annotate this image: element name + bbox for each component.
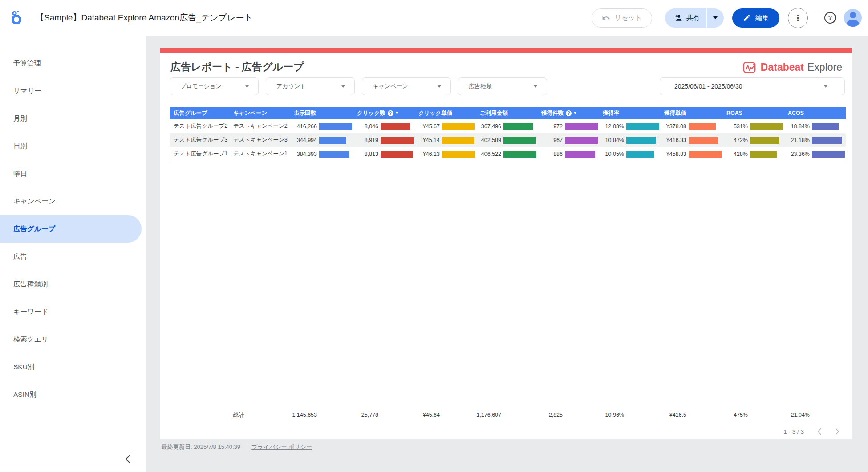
- avatar-torso: [847, 20, 859, 27]
- total-value: 25,778: [353, 412, 381, 418]
- sidebar-item-daily[interactable]: 日別: [0, 132, 146, 160]
- bar: [442, 137, 474, 144]
- sidebar-item-summary[interactable]: サマリー: [0, 77, 146, 105]
- total-cpa: ¥416.5: [660, 408, 722, 422]
- cell-cpc: ¥45.67: [414, 119, 476, 133]
- person-add-icon: [673, 13, 682, 22]
- reset-button[interactable]: リセット: [592, 8, 652, 28]
- sidebar-item-weekday[interactable]: 曜日: [0, 160, 146, 187]
- bar-zone: [626, 151, 660, 158]
- sidebar-item-label: SKU別: [13, 362, 34, 372]
- share-button[interactable]: 共有: [665, 8, 706, 28]
- cell-acos: 18.84%: [784, 119, 846, 133]
- cell-campaign: テストキャンペーン3: [229, 136, 290, 144]
- sidebar-item-sku[interactable]: SKU別: [0, 353, 146, 381]
- cell-acos: 21.18%: [784, 133, 846, 147]
- chevron-down-icon: [245, 85, 249, 88]
- total-cvr: 10.96%: [599, 408, 660, 422]
- column-header-campaign[interactable]: キャンペーン: [229, 110, 290, 117]
- bar-zone: [565, 151, 599, 158]
- sidebar-item-asin[interactable]: ASIN別: [0, 381, 146, 408]
- filter-account[interactable]: アカウント: [266, 77, 355, 95]
- column-header-cvr[interactable]: 獲得率: [599, 110, 660, 117]
- column-header-cpa[interactable]: 獲得単価: [660, 110, 722, 117]
- more-options-button[interactable]: ⋮: [788, 8, 808, 28]
- column-header-clicks[interactable]: クリック数?: [353, 110, 414, 117]
- cell-value: 18.84%: [784, 123, 812, 130]
- total-cpc: ¥45.64: [414, 408, 476, 422]
- bar-zone: [381, 137, 414, 144]
- bar: [319, 137, 346, 144]
- help-button[interactable]: ?: [824, 12, 836, 24]
- column-header-acos[interactable]: ACOS: [784, 110, 846, 116]
- sidebar-collapse-button[interactable]: [121, 452, 134, 466]
- chevron-left-icon: [125, 455, 130, 464]
- column-header-ad_group[interactable]: 広告グループ: [170, 110, 229, 117]
- filter-promotion[interactable]: プロモーション: [170, 77, 259, 95]
- bar: [442, 123, 475, 130]
- column-header-impressions[interactable]: 表示回数: [290, 110, 353, 117]
- report-viewport: 広告レポート - 広告グループ Databeat Explore プロモーション…: [146, 36, 868, 472]
- header-controls: リセット 共有: [592, 8, 868, 28]
- sidebar-item-monthly[interactable]: 月別: [0, 105, 146, 132]
- date-range-value: 2025/06/01 - 2025/06/30: [674, 83, 742, 90]
- sidebar-item-ad[interactable]: 広告: [0, 243, 146, 270]
- cell-value: 384,393: [290, 151, 319, 157]
- last-updated-text: 最終更新日: 2025/7/8 15:40:39: [162, 443, 240, 451]
- cell-cvr: 10.05%: [599, 147, 660, 161]
- prev-page-button[interactable]: [817, 428, 822, 435]
- bar-zone-empty: [381, 411, 414, 419]
- cell-value: 472%: [722, 137, 750, 143]
- looker-studio-logo-icon[interactable]: [10, 10, 25, 25]
- bar: [812, 137, 842, 144]
- bar-zone: [565, 123, 599, 130]
- chevron-down-icon: [438, 85, 441, 88]
- column-header-cpc[interactable]: クリック単価: [414, 110, 476, 117]
- cell-clicks: 8,813: [353, 147, 414, 161]
- share-dropdown-button[interactable]: [707, 8, 724, 28]
- cell-value: 12.08%: [599, 123, 626, 130]
- filter-label: アカウント: [276, 82, 306, 90]
- column-header-conversions[interactable]: 獲得件数?: [537, 110, 599, 117]
- sidebar-item-budget[interactable]: 予算管理: [0, 49, 146, 77]
- total-value: 2,825: [537, 412, 565, 418]
- sidebar-item-campaign[interactable]: キャンペーン: [0, 187, 146, 215]
- bar-zone: [381, 151, 414, 158]
- cell-cost: 406,522: [476, 147, 537, 161]
- bar-zone: [503, 151, 537, 158]
- total-value: 475%: [722, 412, 750, 418]
- cell-impressions: 384,393: [290, 147, 353, 161]
- column-header-roas[interactable]: ROAS: [722, 110, 784, 116]
- total-impressions: 1,145,653: [290, 408, 353, 422]
- user-avatar[interactable]: [844, 9, 862, 27]
- bar-zone-empty: [442, 411, 476, 419]
- bar: [381, 137, 414, 144]
- bar-zone-empty: [503, 411, 537, 419]
- total-clicks: 25,778: [353, 408, 414, 422]
- sidebar-item-ad-group[interactable]: 広告グループ: [0, 215, 142, 243]
- column-header-cost[interactable]: ご利用金額: [476, 110, 537, 117]
- sidebar-item-ad-type[interactable]: 広告種類別: [0, 270, 146, 298]
- sidebar-item-keyword[interactable]: キーワード: [0, 298, 146, 326]
- bar-zone: [565, 137, 599, 144]
- filter-campaign[interactable]: キャンペーン: [362, 77, 451, 95]
- sort-caret-icon: [574, 112, 576, 114]
- info-icon: ?: [566, 110, 572, 116]
- sidebar-item-search-query[interactable]: 検索クエリ: [0, 326, 146, 353]
- totals-row: 総計1,145,65325,778¥45.641,176,6072,82510.…: [170, 408, 846, 422]
- bar-zone: [689, 151, 722, 158]
- cell-value: ¥45.14: [414, 137, 442, 143]
- bar-zone: [319, 151, 353, 158]
- next-page-button[interactable]: [835, 428, 840, 435]
- privacy-policy-link[interactable]: プライバシー ポリシー: [251, 443, 312, 451]
- filter-ad-type[interactable]: 広告種類: [458, 77, 547, 95]
- column-header-label: クリック数: [357, 110, 385, 117]
- cell-value: 406,522: [476, 151, 503, 157]
- edit-button[interactable]: 編集: [732, 8, 779, 28]
- sidebar-item-label: 月別: [13, 114, 27, 123]
- cell-clicks: 8,919: [353, 133, 414, 147]
- sidebar-item-label: 曜日: [13, 169, 27, 179]
- date-range-control[interactable]: 2025/06/01 - 2025/06/30: [660, 77, 845, 95]
- bar-zone-empty: [689, 411, 722, 419]
- header-divider: [816, 11, 816, 24]
